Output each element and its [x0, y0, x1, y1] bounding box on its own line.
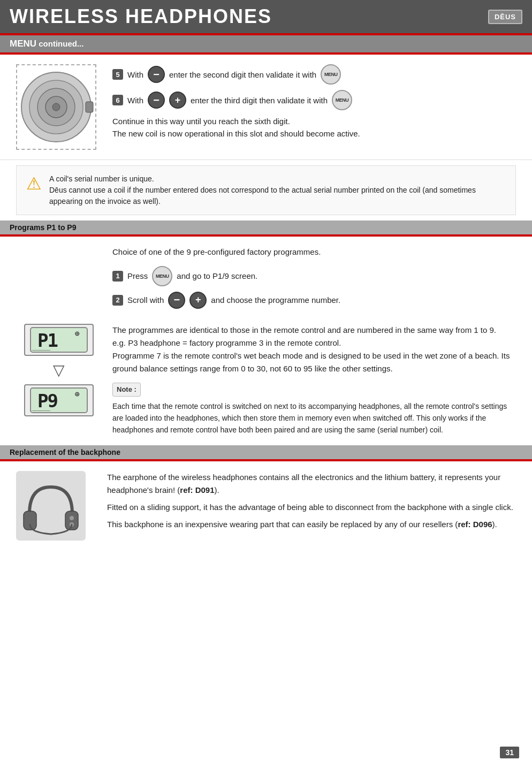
svg-rect-15: [16, 471, 86, 541]
headphone-svg: [16, 471, 86, 541]
plus-button-6[interactable]: +: [169, 92, 186, 109]
warning-line1: A coil's serial number is unique.: [49, 173, 506, 185]
coil-image-area: [16, 64, 102, 150]
programs-step-2: 2 Scroll with − + and choose the program…: [112, 292, 516, 309]
step-5-with: With: [127, 70, 143, 79]
menu-suffix: continued...: [36, 39, 83, 48]
warning-text: A coil's serial number is unique. Dēus c…: [49, 173, 506, 207]
note-text: Each time that the remote control is swi…: [112, 401, 516, 436]
programs-minus-btn[interactable]: −: [168, 292, 185, 309]
continue-line2: The new coil is now operational in this …: [112, 129, 360, 138]
replacement-desc1-end: ).: [215, 485, 219, 495]
svg-point-4: [52, 103, 60, 111]
continue-text: Continue in this way until you reach the…: [112, 116, 516, 140]
replacement-para3: This backphone is an inexpensive wearing…: [107, 518, 516, 531]
replacement-section: The earphone of the wireless headphones …: [0, 461, 532, 550]
svg-rect-5: [86, 102, 93, 112]
lcd-p1-container: P1 ⊕ ────────────: [24, 324, 94, 356]
warning-icon: ⚠: [26, 173, 42, 194]
menu-section-bar: MENU continued...: [0, 35, 532, 52]
replacement-text: The earphone of the wireless headphones …: [107, 471, 516, 541]
lcd-p1-svg: P1 ⊕ ────────────: [29, 326, 88, 353]
svg-point-18: [70, 516, 74, 520]
headphone-image: [16, 471, 86, 541]
programs-desc: The programmes are identical to those in…: [112, 324, 516, 436]
step-6-with: With: [127, 96, 143, 105]
coil-svg: [19, 67, 94, 147]
page-title: WIRELESS HEADPHONES: [10, 5, 272, 28]
programs-step-1-press: Press: [127, 271, 148, 280]
lcd-p9-container: P9 ⊕ ────────────: [24, 384, 94, 416]
programs-label: Programs P1 to P9: [10, 223, 77, 232]
replacement-ref2: ref: D096: [458, 520, 492, 529]
lcd-display-col: P1 ⊕ ──────────── ▽ P9 ⊕ ────────────: [16, 324, 102, 436]
programs-desc-para: The programmes are identical to those in…: [112, 324, 516, 375]
step-5-text: enter the second digit then validate it …: [169, 70, 316, 79]
programs-intro-area: Choice of one of the 9 pre-configured fa…: [0, 237, 532, 309]
continue-line1: Continue in this way until you reach the…: [112, 117, 290, 126]
programs-two-col: P1 ⊕ ──────────── ▽ P9 ⊕ ────────────: [0, 314, 532, 446]
svg-text:────────────: ────────────: [31, 408, 51, 413]
menu-button-6[interactable]: MENU: [332, 90, 352, 110]
programs-step-1-text: and go to P1/9 screen.: [177, 271, 257, 280]
replacement-label-bar: Replacement of the backphone: [0, 445, 532, 459]
menu-label: MENU: [10, 39, 36, 49]
lcd-p1: P1 ⊕ ────────────: [24, 324, 94, 356]
replacement-para1: The earphone of the wireless headphones …: [107, 471, 516, 497]
step-5-num: 5: [112, 69, 123, 80]
programs-step-1-num: 1: [112, 271, 123, 282]
page-number: 31: [500, 747, 519, 758]
menu-steps: 5 With − enter the second digit then val…: [112, 64, 516, 150]
lcd-down-arrow: ▽: [53, 361, 65, 379]
programs-step-2-num: 2: [112, 295, 123, 306]
replacement-desc3: This backphone is an inexpensive wearing…: [107, 520, 458, 529]
programs-intro: Choice of one of the 9 pre-configured fa…: [112, 246, 516, 258]
minus-button-5[interactable]: −: [148, 66, 165, 83]
step-6-row: 6 With − + enter the third digit then va…: [112, 90, 516, 110]
menu-two-col: 5 With − enter the second digit then val…: [16, 64, 516, 150]
step-6-text: enter the third digit then validate it w…: [191, 96, 328, 105]
minus-button-6[interactable]: −: [148, 92, 165, 109]
programs-step-1: 1 Press MENU and go to P1/9 screen.: [112, 266, 516, 286]
programs-plus-btn[interactable]: +: [189, 292, 207, 309]
note-container: Note : Each time that the remote control…: [112, 383, 516, 436]
replacement-para2: Fitted on a sliding support, it has the …: [107, 501, 516, 514]
svg-text:────────────: ────────────: [31, 348, 51, 353]
warning-box: ⚠ A coil's serial number is unique. Dēus…: [16, 165, 516, 215]
step-6-num: 6: [112, 95, 123, 105]
replacement-image-col: [16, 471, 96, 541]
step-5-row: 5 With − enter the second digit then val…: [112, 64, 516, 85]
programs-step-2-scroll: Scroll with: [127, 295, 164, 305]
replacement-label: Replacement of the backphone: [10, 448, 120, 457]
programs-menu-button[interactable]: MENU: [152, 266, 172, 286]
deus-logo: DĒUS: [488, 10, 522, 24]
note-label: Note :: [112, 383, 141, 397]
coil-image-placeholder: [16, 64, 96, 150]
menu-button-5[interactable]: MENU: [321, 64, 341, 85]
warning-line2: Dēus cannot use a coil if the number ent…: [49, 185, 506, 207]
programs-label-bar: Programs P1 to P9: [0, 220, 532, 234]
menu-content: 5 With − enter the second digit then val…: [0, 55, 532, 160]
programs-step-2-text: and choose the programme number.: [211, 295, 340, 305]
replacement-desc1: The earphone of the wireless headphones …: [107, 473, 500, 495]
replacement-ref1: ref: D091: [180, 485, 214, 495]
replacement-desc3-end: ).: [492, 520, 497, 529]
lcd-p9: P9 ⊕ ────────────: [24, 384, 94, 416]
lcd-p9-svg: P9 ⊕ ────────────: [29, 387, 88, 414]
page-header: WIRELESS HEADPHONES DĒUS: [0, 0, 532, 35]
